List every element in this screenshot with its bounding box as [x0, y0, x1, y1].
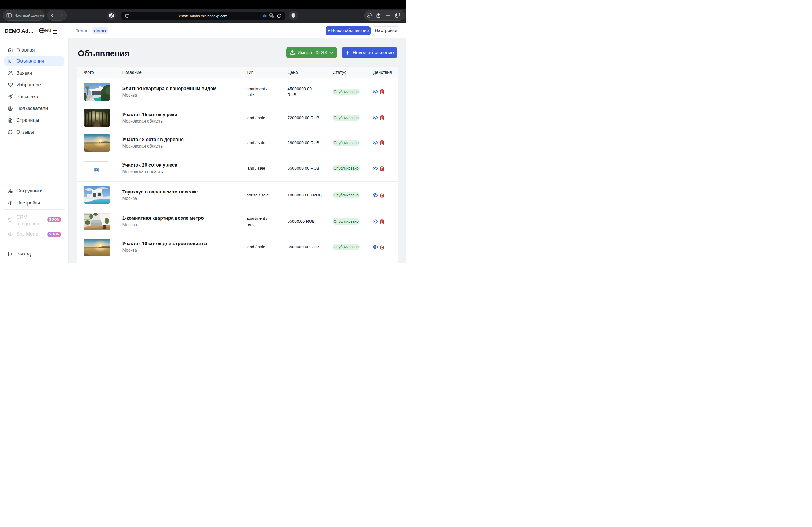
- svg-text:文: 文: [272, 16, 274, 17]
- svg-text:A: A: [270, 14, 272, 17]
